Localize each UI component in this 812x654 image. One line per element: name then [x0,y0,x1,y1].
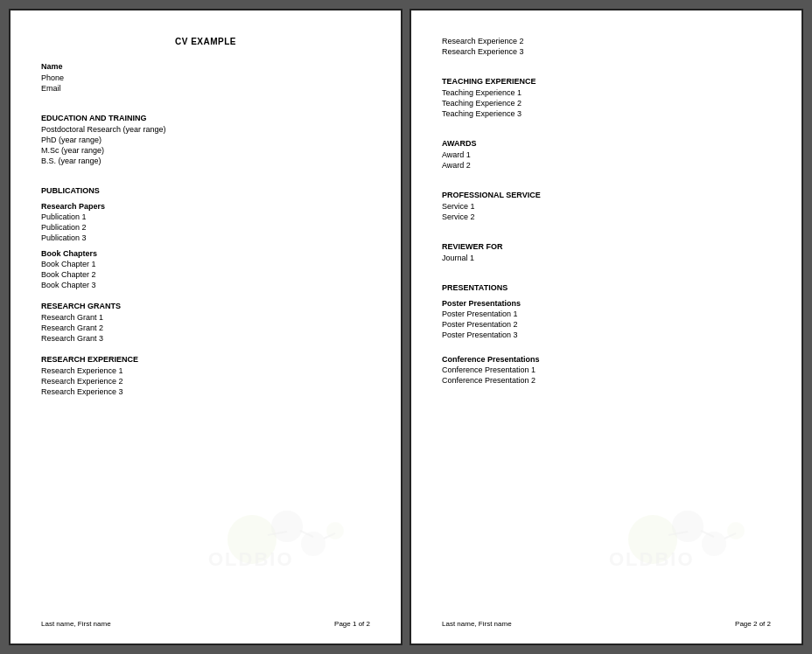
svg-point-3 [326,522,344,539]
svg-point-2 [301,532,326,556]
page-1: CV EXAMPLE Name Phone Email EDUCATION AN… [9,9,402,645]
svg-line-5 [300,531,313,537]
svg-line-6 [324,533,335,539]
svg-point-8 [628,515,677,564]
teach-3: Teaching Experience 3 [442,109,771,118]
grant-2: Research Grant 2 [41,324,370,332]
edu-item-3: M.Sc (year range) [41,146,370,155]
page-title: CV EXAMPLE [41,37,370,46]
res-exp-2: Research Experience 2 [41,377,370,386]
teach-1: Teaching Experience 1 [442,88,771,97]
pub-2: Publication 2 [41,223,370,232]
svg-line-4 [268,532,287,535]
conf-2: Conference Presentation 2 [442,376,771,385]
svg-text:OLDBIO: OLDBIO [208,548,294,570]
name-label: Name [41,62,370,71]
res-exp-3: Research Experience 3 [41,387,370,396]
grant-3: Research Grant 3 [41,334,370,343]
footer-right-1: Page 1 of 2 [334,620,370,628]
teach-2: Teaching Experience 2 [442,99,771,108]
page-1-footer: Last name, First name Page 1 of 2 [41,620,370,628]
reviewer-label: REVIEWER FOR [442,242,771,251]
poster-2: Poster Presentation 2 [442,320,771,329]
book-chapters-label: Book Chapters [41,249,370,258]
grant-1: Research Grant 1 [41,313,370,322]
watermark-svg-2: OLDBIO [600,500,775,570]
watermark-2: OLDBIO [600,500,775,574]
pages-container: CV EXAMPLE Name Phone Email EDUCATION AN… [9,9,803,645]
page-2: Research Experience 2 Research Experienc… [410,9,803,645]
watermark-1: OLDBIO [200,500,374,574]
poster-3: Poster Presentation 3 [442,330,771,339]
pub-3: Publication 3 [41,233,370,242]
award-1: Award 1 [442,150,771,159]
footer-left-1: Last name, First name [41,620,111,628]
research-exp-label: RESEARCH EXPERIENCE [41,355,370,364]
edu-item-4: B.S. (year range) [41,157,370,165]
svg-line-12 [668,532,688,535]
svg-point-11 [727,522,745,539]
phone-label: Phone [41,73,370,82]
publications-label: PUBLICATIONS [41,186,370,195]
svg-point-10 [702,532,726,556]
conf-1: Conference Presentation 1 [442,365,771,374]
award-2: Award 2 [442,161,771,170]
res-exp-1: Research Experience 1 [41,366,370,375]
teaching-label: TEACHING EXPERIENCE [442,77,771,86]
research-papers-label: Research Papers [41,202,370,211]
poster-1: Poster Presentation 1 [442,310,771,318]
research-grants-label: RESEARCH GRANTS [41,302,370,310]
book-ch-1: Book Chapter 1 [41,260,370,268]
edu-item-1: Postdoctoral Research (year range) [41,125,370,134]
prof-service-label: PROFESSIONAL SERVICE [442,191,771,199]
service-2: Service 2 [442,212,771,221]
svg-line-14 [724,533,736,539]
watermark-svg-1: OLDBIO [200,500,374,570]
svg-point-9 [672,511,704,542]
service-1: Service 1 [442,202,771,211]
svg-point-1 [271,511,303,542]
book-ch-3: Book Chapter 3 [41,281,370,289]
email-label: Email [41,84,370,93]
pub-1: Publication 1 [41,212,370,221]
res-exp-cont-2: Research Experience 3 [442,47,771,56]
svg-line-13 [701,531,714,537]
svg-text:OLDBIO: OLDBIO [609,548,695,570]
journal-1: Journal 1 [442,254,771,262]
awards-label: AWARDS [442,139,771,148]
conference-label: Conference Presentations [442,355,771,364]
footer-left-2: Last name, First name [442,620,512,628]
poster-label: Poster Presentations [442,299,771,308]
book-ch-2: Book Chapter 2 [41,270,370,279]
page-2-footer: Last name, First name Page 2 of 2 [442,620,771,628]
res-exp-cont-1: Research Experience 2 [442,37,771,45]
presentations-label: PRESENTATIONS [442,283,771,292]
footer-right-2: Page 2 of 2 [735,620,771,628]
education-label: EDUCATION AND TRAINING [41,114,370,122]
svg-point-0 [228,515,276,564]
edu-item-2: PhD (year range) [41,136,370,144]
